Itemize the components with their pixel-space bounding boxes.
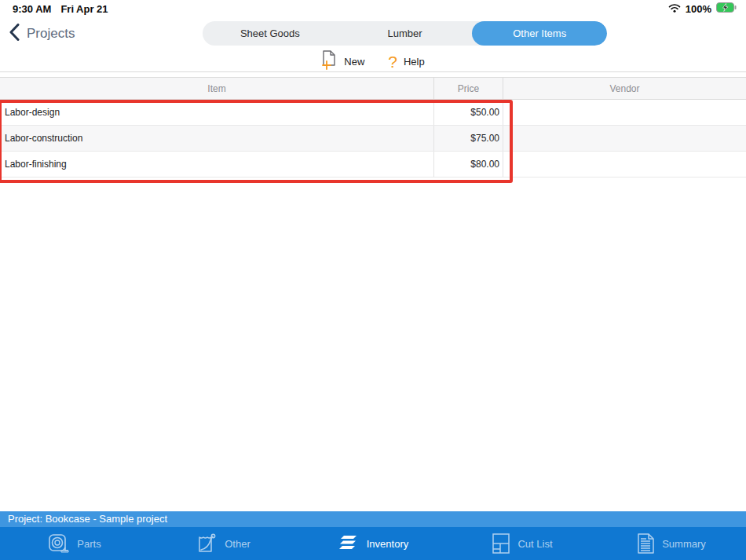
battery-percent: 100% (686, 3, 711, 15)
segment-sheet-goods[interactable]: Sheet Goods (203, 21, 338, 46)
status-date: Fri Apr 21 (60, 3, 108, 15)
layers-icon (338, 534, 360, 553)
vendor-cell (503, 152, 746, 177)
column-header-price: Price (434, 78, 503, 99)
tab-label: Parts (77, 538, 101, 550)
tab-inventory[interactable]: Inventory (298, 527, 448, 560)
table-row[interactable]: Labor-construction $75.00 (0, 126, 746, 152)
tape-measure-icon (48, 533, 70, 555)
tab-summary[interactable]: Summary (597, 527, 746, 560)
tab-cut-list[interactable]: Cut List (448, 527, 597, 560)
help-button[interactable]: ? Help (388, 53, 424, 70)
back-button-label: Projects (27, 26, 75, 42)
nav-header: Projects Sheet Goods Lumber Other Items … (0, 17, 746, 72)
table-row[interactable]: Labor-design $50.00 (0, 100, 746, 126)
new-button[interactable]: New (321, 50, 364, 72)
tab-label: Other (225, 538, 250, 550)
back-button-projects[interactable]: Projects (9, 24, 75, 44)
item-cell: Labor-design (0, 100, 434, 125)
paint-bucket-icon (197, 533, 218, 555)
battery-charging-icon (716, 2, 737, 15)
vendor-cell (503, 126, 746, 151)
item-cell: Labor-construction (0, 126, 434, 151)
new-button-label: New (344, 56, 364, 68)
help-question-icon: ? (388, 53, 397, 70)
price-cell: $80.00 (434, 152, 503, 177)
tab-parts[interactable]: Parts (0, 527, 149, 560)
new-document-icon (321, 50, 338, 72)
tab-label: Summary (662, 538, 706, 550)
summary-document-icon (637, 533, 655, 555)
price-cell: $75.00 (434, 126, 503, 151)
cut-diagram-icon (492, 533, 510, 555)
chevron-left-icon (9, 24, 20, 44)
segment-lumber[interactable]: Lumber (338, 21, 473, 46)
help-button-label: Help (404, 56, 425, 68)
column-header-vendor: Vendor (503, 78, 746, 99)
status-bar: 9:30 AM Fri Apr 21 100% (0, 0, 746, 17)
toolbar-actions: New ? Help (0, 50, 746, 72)
tab-label: Cut List (517, 538, 552, 550)
wifi-icon (668, 3, 681, 15)
bottom-tab-bar: Parts Other Inventory (0, 527, 746, 560)
status-time: 9:30 AM (13, 3, 51, 15)
item-cell: Labor-finishing (0, 152, 434, 177)
vendor-cell (503, 100, 746, 125)
segmented-control: Sheet Goods Lumber Other Items (203, 21, 607, 46)
column-header-item: Item (0, 78, 434, 99)
table-row[interactable]: Labor-finishing $80.00 (0, 152, 746, 178)
tab-label: Inventory (367, 538, 408, 550)
items-table: Item Price Vendor Labor-design $50.00 La… (0, 77, 746, 178)
segment-other-items[interactable]: Other Items (472, 21, 607, 46)
project-status-bar: Project: Bookcase - Sample project (0, 511, 746, 527)
tab-other[interactable]: Other (149, 527, 298, 560)
price-cell: $50.00 (434, 100, 503, 125)
table-header-row: Item Price Vendor (0, 77, 746, 100)
